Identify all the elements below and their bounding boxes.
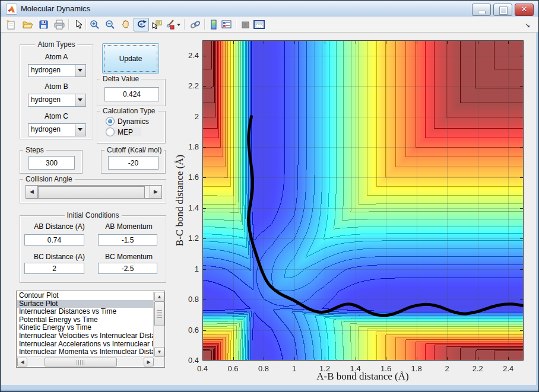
- slider-right-arrow[interactable]: ▶: [150, 186, 161, 198]
- link-plot-icon[interactable]: [190, 20, 201, 30]
- minimize-button[interactable]: [472, 4, 491, 16]
- calculation-type-title: Calculation Type: [100, 107, 158, 115]
- bc-distance-label: BC Distance (A): [24, 253, 95, 261]
- bc-momentum-label: BC Momentum: [96, 253, 161, 261]
- bc-momentum-field[interactable]: [98, 263, 157, 274]
- plot-type-list-items: Contour PlotSurface PlotInternuclear Dis…: [17, 292, 154, 357]
- list-item[interactable]: Kinetic Energy vs Time: [17, 324, 154, 332]
- y-tick-label: 0.6: [180, 326, 199, 334]
- zoom-in-icon[interactable]: [90, 20, 100, 30]
- radio-mep-label: MEP: [118, 128, 133, 136]
- toolbar-separator: [184, 19, 185, 30]
- radio-dynamics[interactable]: Dynamics: [106, 117, 149, 126]
- list-item[interactable]: Internuclear Accelerations vs Internucle…: [17, 340, 154, 349]
- steps-title: Steps: [23, 146, 46, 154]
- delta-value-field[interactable]: [104, 87, 159, 101]
- radio-icon: [106, 117, 115, 126]
- steps-field[interactable]: [28, 156, 75, 170]
- update-button[interactable]: Update: [102, 43, 159, 74]
- ab-momentum-label: AB Momentum: [96, 222, 161, 231]
- listbox-horizontal-scrollbar[interactable]: ◀ ▶: [17, 356, 154, 366]
- cutoff-field[interactable]: [108, 156, 158, 170]
- scroll-left-arrow[interactable]: ◀: [17, 358, 27, 366]
- scroll-right-arrow[interactable]: ▶: [144, 358, 154, 366]
- calculation-type-panel: Calculation Type Dynamics MEP: [97, 111, 166, 144]
- print-figure-icon[interactable]: [54, 20, 65, 30]
- hide-plot-tools-icon[interactable]: [240, 20, 251, 30]
- save-figure-icon[interactable]: [39, 20, 49, 30]
- atom-c-value: hydrogen: [31, 125, 61, 133]
- matlab-logo-icon: [6, 4, 17, 15]
- maximize-button[interactable]: [493, 4, 512, 16]
- window-bottom-border: [1, 390, 538, 391]
- title-bar[interactable]: Molecular Dynamics ✕: [1, 1, 538, 17]
- x-axis-label: A-B bond distance (Å): [268, 371, 458, 383]
- listbox-vertical-scrollbar[interactable]: ▲ ▼: [153, 292, 164, 357]
- slider-left-arrow[interactable]: ◀: [26, 186, 38, 198]
- pointer-icon[interactable]: [74, 20, 84, 30]
- y-tick-label: 2.4: [180, 51, 199, 60]
- initial-conditions-panel: Initial Conditions AB Distance (A) AB Mo…: [20, 215, 166, 283]
- brush-data-icon[interactable]: [166, 20, 176, 30]
- list-item[interactable]: Contour Plot: [17, 292, 154, 300]
- toolbar-separator: [236, 19, 237, 30]
- scrollbar-corner: [154, 357, 164, 366]
- list-item[interactable]: Internuclear Momenta vs Internuclear Dis…: [17, 348, 154, 356]
- close-button[interactable]: ✕: [515, 4, 534, 16]
- atom-b-select[interactable]: hydrogen: [28, 94, 86, 107]
- vertical-scroll-thumb[interactable]: [154, 301, 164, 326]
- list-item[interactable]: Internuclear Distances vs Time: [17, 308, 154, 316]
- chevron-down-icon[interactable]: [75, 94, 85, 106]
- toolbar-separator: [204, 19, 205, 30]
- ab-momentum-field[interactable]: [98, 234, 157, 246]
- figure-toolbar: ↘: [1, 17, 538, 33]
- chevron-down-icon[interactable]: [75, 65, 85, 77]
- radio-mep[interactable]: MEP: [106, 128, 141, 136]
- rotate-3d-button[interactable]: [134, 18, 149, 31]
- plot-type-listbox[interactable]: Contour PlotSurface PlotInternuclear Dis…: [16, 291, 165, 368]
- x-tick-label: 0.6: [220, 364, 246, 373]
- toolbar-overflow-arrow[interactable]: ↘: [525, 21, 530, 29]
- x-tick-label: 0.4: [189, 364, 215, 373]
- show-plot-tools-icon[interactable]: [253, 20, 264, 30]
- atom-a-select[interactable]: hydrogen: [28, 64, 86, 77]
- insert-legend-icon[interactable]: [221, 20, 232, 30]
- toolbar-separator: [68, 19, 69, 30]
- pes-surface-plot[interactable]: [202, 40, 524, 361]
- radio-icon: [106, 128, 115, 136]
- x-tick-label: 2.2: [465, 364, 491, 373]
- list-item[interactable]: Internuclear Velocities vs Internuclear …: [17, 332, 154, 340]
- toolbar-separator: [85, 19, 87, 30]
- ab-distance-field[interactable]: [24, 234, 84, 246]
- radio-dynamics-label: Dynamics: [118, 117, 149, 126]
- list-item[interactable]: Surface Plot: [17, 300, 154, 308]
- x-tick-label: 2.4: [495, 364, 521, 373]
- new-figure-icon[interactable]: [6, 20, 17, 30]
- data-cursor-icon[interactable]: [151, 20, 162, 30]
- atom-b-value: hydrogen: [31, 95, 61, 104]
- scroll-down-arrow[interactable]: ▼: [154, 347, 164, 357]
- collision-angle-slider[interactable]: ◀ ▶: [26, 185, 162, 199]
- app-window: Molecular Dynamics ✕: [0, 0, 539, 392]
- scroll-up-arrow[interactable]: ▲: [154, 292, 164, 302]
- insert-colorbar-icon[interactable]: [210, 20, 220, 30]
- atom-c-label: Atom C: [20, 112, 93, 120]
- brush-dropdown-caret[interactable]: [176, 20, 181, 30]
- zoom-out-icon[interactable]: [105, 20, 116, 30]
- atom-c-select[interactable]: hydrogen: [28, 123, 86, 136]
- horizontal-scroll-thumb[interactable]: [45, 358, 117, 366]
- open-file-icon[interactable]: [23, 20, 33, 30]
- y-tick-label: 2.2: [180, 81, 199, 90]
- pan-icon[interactable]: [121, 20, 131, 30]
- minimize-icon: [478, 11, 486, 14]
- slider-thumb[interactable]: [38, 186, 145, 199]
- ab-distance-label: AB Distance (A): [24, 222, 95, 231]
- chevron-down-icon[interactable]: [75, 124, 85, 136]
- atom-types-title: Atom Types: [35, 40, 77, 49]
- close-icon: ✕: [515, 5, 533, 14]
- bc-distance-field[interactable]: [24, 263, 84, 274]
- atom-a-value: hydrogen: [31, 66, 61, 74]
- list-item[interactable]: Potential Energy vs Time: [17, 316, 154, 324]
- y-axis-label: B-C bond distance (Å): [174, 106, 186, 295]
- atom-b-label: Atom B: [20, 82, 93, 91]
